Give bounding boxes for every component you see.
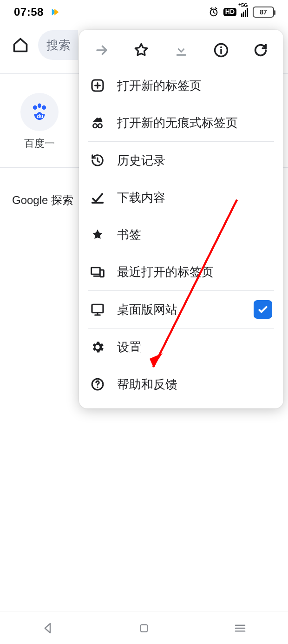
svg-rect-5 [177,54,186,56]
nav-back-button[interactable] [20,621,76,635]
svg-point-3 [38,104,41,108]
overflow-menu: 打开新的标签页 打开新的无痕式标签页 历史记录 下载内容 书签 最近打开的标签页 [79,30,283,408]
menu-label: 下载内容 [117,190,272,206]
menu-label: 桌面版网站 [117,302,242,318]
menu-label: 打开新的无痕式标签页 [117,115,272,131]
home-button[interactable] [7,32,33,58]
menu-label: 历史记录 [117,152,272,169]
menu-new-tab[interactable]: 打开新的标签页 [79,67,283,104]
plus-box-icon [90,78,105,93]
menu-help[interactable]: 帮助和反馈 [79,366,283,403]
baidu-shortcut-icon: du [20,93,59,131]
checkbox-checked-icon[interactable] [254,300,272,319]
svg-point-10 [93,124,97,128]
system-nav-bar [0,611,288,644]
status-bar: 07:58 HD ⁺5G 87 [0,0,288,24]
svg-rect-13 [92,268,100,275]
search-placeholder: 搜索 [46,37,71,53]
shortcut-tile[interactable]: du 百度一 [0,93,79,151]
shortcut-label: 百度一 [24,137,55,151]
menu-label: 最近打开的标签页 [117,264,272,280]
network-5g-icon: ⁺5G [241,8,248,17]
menu-label: 设置 [117,339,272,355]
status-time: 07:58 [14,6,44,19]
menu-bookmarks[interactable]: 书签 [79,216,283,253]
incognito-icon [90,115,105,130]
nav-home-button[interactable] [116,622,172,634]
menu-top-row [79,33,283,67]
desktop-icon [90,302,105,317]
help-icon [90,377,105,392]
download-check-icon [90,190,105,205]
svg-point-8 [220,46,222,48]
menu-label: 打开新的标签页 [117,78,272,94]
svg-point-2 [42,105,46,110]
svg-point-17 [97,387,98,388]
history-icon [90,153,105,168]
menu-downloads[interactable]: 下载内容 [79,179,283,216]
svg-rect-15 [92,304,103,312]
forward-button[interactable] [85,33,118,67]
running-app-icon [50,7,60,17]
nav-recents-button[interactable] [212,621,268,635]
svg-rect-14 [100,270,104,277]
menu-desktop-site[interactable]: 桌面版网站 [79,291,283,328]
status-left: 07:58 [14,6,60,19]
menu-settings[interactable]: 设置 [79,329,283,366]
download-button[interactable] [164,33,198,67]
gear-icon [90,340,105,355]
svg-point-11 [98,124,102,128]
menu-history[interactable]: 历史记录 [79,142,283,179]
battery-icon: 87 [253,7,274,18]
devices-icon [90,264,105,279]
svg-text:du: du [37,113,43,119]
menu-recent-tabs[interactable]: 最近打开的标签页 [79,253,283,290]
menu-label: 书签 [117,227,272,243]
svg-rect-23 [140,624,147,631]
search-input[interactable]: 搜索 [38,30,78,60]
hd-badge: HD [223,8,236,16]
alarm-icon [209,7,219,17]
bookmark-star-button[interactable] [124,33,158,67]
info-button[interactable] [204,33,238,67]
menu-label: 帮助和反馈 [117,376,272,393]
refresh-button[interactable] [244,33,277,67]
status-right: HD ⁺5G 87 [209,7,274,18]
svg-point-1 [33,105,37,110]
discover-heading: Google 探索 [12,193,73,208]
star-filled-icon [90,227,105,242]
menu-new-incognito[interactable]: 打开新的无痕式标签页 [79,104,283,141]
